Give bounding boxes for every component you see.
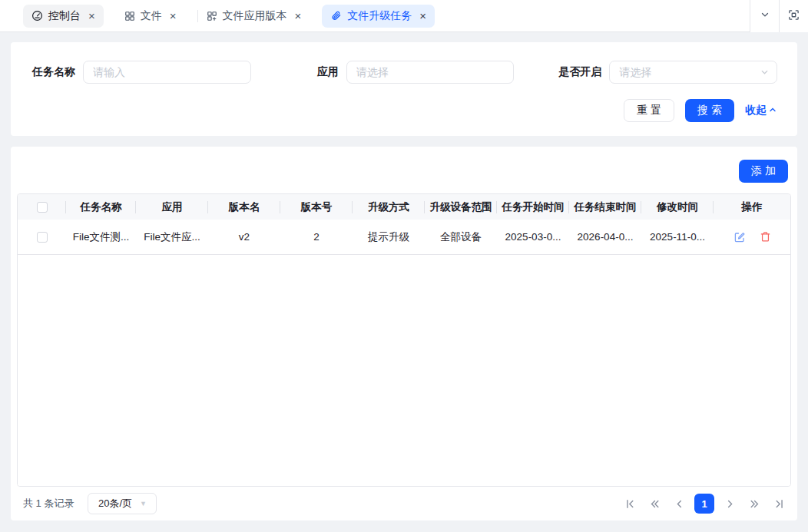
page-size-value: 20条/页 xyxy=(98,497,132,511)
collapse-label: 收起 xyxy=(745,104,767,117)
field-task-name: 任务名称 xyxy=(31,61,251,84)
cell-start-time: 2025-03-0... xyxy=(497,220,569,254)
tab-file-upgrade-task[interactable]: 文件升级任务 × xyxy=(322,5,435,28)
dropdown-triangle-icon: ▼ xyxy=(140,500,147,507)
enabled-select xyxy=(609,61,777,84)
next-page-button[interactable] xyxy=(720,494,739,513)
table-row: File文件测... File文件应... v2 2 提示升级 全部设备 202… xyxy=(18,220,790,255)
paperclip-icon xyxy=(330,10,342,21)
tab-label: 文件应用版本 xyxy=(223,9,287,23)
prev-5-pages-button[interactable] xyxy=(645,494,664,513)
header-cell: 升级设备范围 xyxy=(425,194,497,220)
close-icon[interactable]: × xyxy=(419,10,426,21)
close-icon[interactable]: × xyxy=(88,10,95,21)
header-cell: 版本号 xyxy=(280,194,353,220)
header-cell: 升级方式 xyxy=(353,194,425,220)
prev-page-button[interactable] xyxy=(670,494,688,513)
task-list-panel: 添 加 任务名称 应用 版本名 版本号 升级方式 升级设备范围 任务开始时间 任… xyxy=(11,147,797,520)
cell-device-scope: 全部设备 xyxy=(425,220,497,254)
last-page-button[interactable] xyxy=(770,494,788,513)
tab-file-app-version[interactable]: 文件应用版本 × xyxy=(198,5,310,28)
header-cell-checkbox xyxy=(18,194,66,220)
tab-bar: 控制台 × 文件 × 文件应用版本 × xyxy=(0,0,808,32)
search-panel: 任务名称 应用 是否开启 重 置 搜 索 xyxy=(11,42,797,136)
list-toolbar: 添 加 xyxy=(17,160,791,183)
header-cell: 版本名 xyxy=(208,194,280,220)
app-label: 应用 xyxy=(294,65,339,79)
search-actions: 重 置 搜 索 收起 xyxy=(31,99,777,122)
header-cell: 任务结束时间 xyxy=(569,194,641,220)
app-select-input[interactable] xyxy=(346,61,515,84)
chevron-up-icon xyxy=(768,104,777,117)
cell-task-name: File文件测... xyxy=(66,220,136,254)
cell-app: File文件应... xyxy=(136,220,208,254)
field-enabled: 是否开启 xyxy=(557,61,777,84)
chevron-down-icon xyxy=(760,9,770,22)
search-button[interactable]: 搜 索 xyxy=(685,99,734,122)
table-header-row: 任务名称 应用 版本名 版本号 升级方式 升级设备范围 任务开始时间 任务结束时… xyxy=(18,194,790,220)
header-cell: 修改时间 xyxy=(641,194,714,220)
enabled-label: 是否开启 xyxy=(557,65,601,79)
field-app: 应用 xyxy=(294,61,515,84)
header-cell-actions: 操作 xyxy=(714,194,790,220)
add-button[interactable]: 添 加 xyxy=(739,160,788,183)
fullscreen-icon xyxy=(788,9,800,23)
close-icon[interactable]: × xyxy=(170,10,177,21)
tabbar-actions xyxy=(750,0,808,32)
table-footer: 共 1 条记录 20条/页 ▼ 1 xyxy=(17,487,791,520)
next-5-pages-button[interactable] xyxy=(745,494,763,513)
pagination: 1 xyxy=(621,494,788,514)
task-table: 任务名称 应用 版本名 版本号 升级方式 升级设备范围 任务开始时间 任务结束时… xyxy=(17,193,791,487)
cell-actions xyxy=(714,220,790,254)
task-name-control xyxy=(83,61,251,84)
tab-label: 文件升级任务 xyxy=(347,9,412,23)
header-cell: 任务名称 xyxy=(66,194,136,220)
cell-upgrade-mode: 提示升级 xyxy=(353,220,425,254)
enabled-select-input[interactable] xyxy=(609,61,777,84)
fullscreen-button[interactable] xyxy=(779,0,808,32)
cell-end-time: 2026-04-0... xyxy=(569,220,641,254)
tab-label: 控制台 xyxy=(48,9,81,23)
record-count: 共 1 条记录 xyxy=(23,497,74,511)
close-icon[interactable]: × xyxy=(295,10,302,21)
app-version-icon xyxy=(207,11,217,21)
reset-button[interactable]: 重 置 xyxy=(624,99,674,122)
cell-version-number: 2 xyxy=(280,220,353,254)
tab-console[interactable]: 控制台 × xyxy=(23,5,104,28)
header-cell: 任务开始时间 xyxy=(497,194,569,220)
cell-modify-time: 2025-11-0... xyxy=(641,220,714,254)
header-cell: 应用 xyxy=(136,194,208,220)
app-select xyxy=(346,61,515,84)
edit-icon[interactable] xyxy=(733,231,746,243)
tab-files[interactable]: 文件 × xyxy=(116,5,185,28)
delete-icon[interactable] xyxy=(760,231,771,243)
cell-version-name: v2 xyxy=(208,220,280,254)
row-checkbox[interactable] xyxy=(37,232,48,243)
row-cell-checkbox xyxy=(18,220,66,254)
search-form: 任务名称 应用 是否开启 xyxy=(31,61,777,84)
task-name-label: 任务名称 xyxy=(31,65,75,79)
select-all-checkbox[interactable] xyxy=(37,202,48,213)
grid-icon xyxy=(124,11,135,21)
tab-label: 文件 xyxy=(141,9,162,23)
current-page[interactable]: 1 xyxy=(694,494,714,514)
first-page-button[interactable] xyxy=(621,494,639,513)
collapse-link[interactable]: 收起 xyxy=(745,104,777,117)
page-size-select[interactable]: 20条/页 ▼ xyxy=(88,493,157,514)
task-name-input[interactable] xyxy=(83,61,251,84)
table-empty-area xyxy=(18,255,790,486)
dashboard-icon xyxy=(31,10,43,21)
tab-list-dropdown-button[interactable] xyxy=(750,0,779,32)
